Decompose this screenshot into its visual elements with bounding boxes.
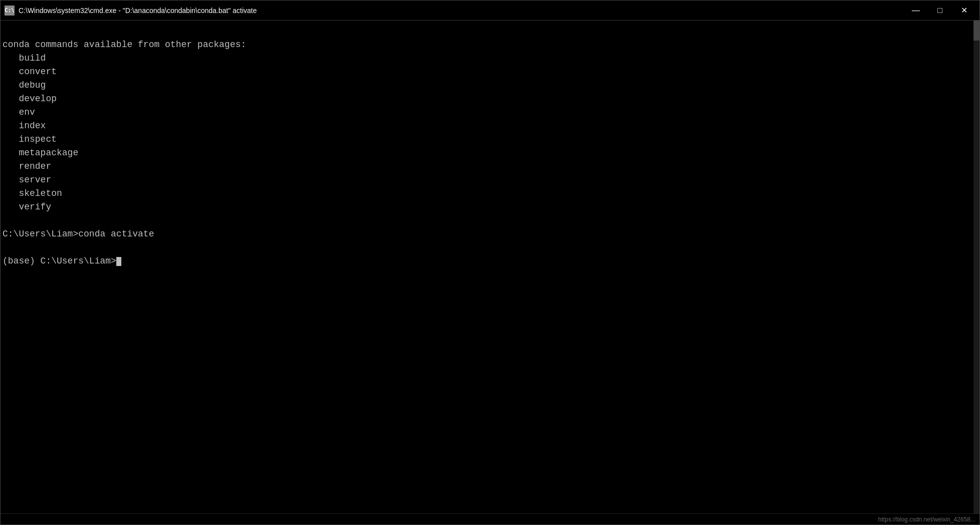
cmd-debug: debug	[3, 80, 46, 90]
scrollbar-track[interactable]	[973, 21, 979, 513]
cmd-index: index	[3, 121, 46, 131]
maximize-button[interactable]: □	[928, 2, 951, 20]
prompt-base: (base) C:\Users\Liam>	[3, 256, 121, 266]
cmd-window: C:\ C:\Windows\system32\cmd.exe - "D:\an…	[0, 0, 980, 525]
minimize-button[interactable]: —	[904, 2, 927, 20]
prompt-conda-activate: C:\Users\Liam>conda activate	[3, 229, 154, 239]
cmd-server: server	[3, 175, 51, 185]
conda-header-line: conda commands available from other pack…	[3, 40, 246, 50]
cmd-develop: develop	[3, 94, 57, 104]
cmd-convert: convert	[3, 67, 57, 77]
window-title: C:\Windows\system32\cmd.exe - "D:\anacon…	[19, 7, 257, 15]
cmd-inspect: inspect	[3, 134, 57, 144]
cmd-build: build	[3, 53, 46, 63]
cmd-env: env	[3, 107, 35, 117]
cmd-skeleton: skeleton	[3, 188, 62, 198]
window-controls: — □ ✕	[904, 2, 975, 20]
cmd-icon: C:\	[5, 6, 15, 16]
cursor-blink	[116, 257, 121, 266]
cmd-render: render	[3, 161, 51, 171]
cmd-verify: verify	[3, 202, 51, 212]
titlebar: C:\ C:\Windows\system32\cmd.exe - "D:\an…	[1, 1, 979, 21]
statusbar: https://blog.csdn.net/weixin_42658...	[1, 513, 979, 524]
close-button[interactable]: ✕	[952, 2, 975, 20]
terminal-output: conda commands available from other pack…	[3, 25, 977, 282]
cmd-metapackage: metapackage	[3, 148, 78, 158]
statusbar-url: https://blog.csdn.net/weixin_42658...	[878, 516, 975, 523]
terminal-body[interactable]: conda commands available from other pack…	[1, 21, 979, 513]
scrollbar-thumb[interactable]	[973, 21, 979, 41]
titlebar-left: C:\ C:\Windows\system32\cmd.exe - "D:\an…	[5, 6, 257, 16]
